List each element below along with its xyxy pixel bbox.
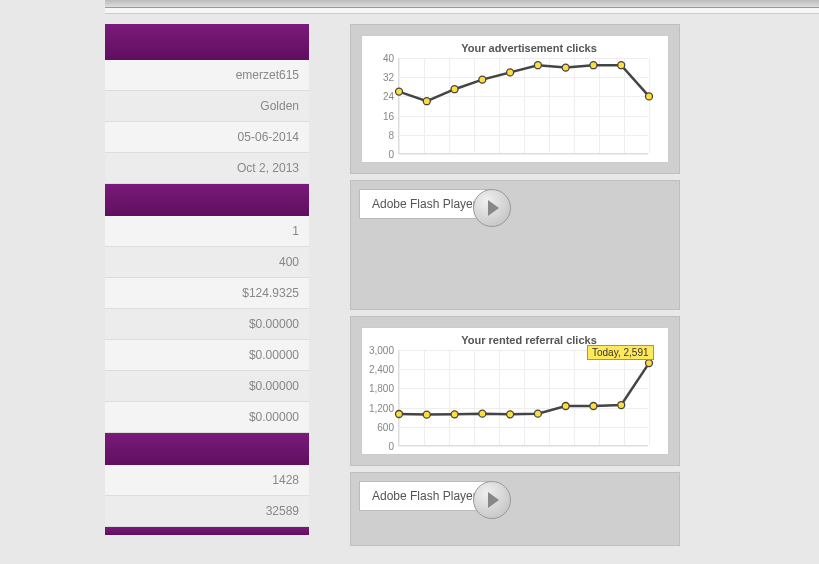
chart-panel-ad-clicks: Your advertisement clicks 0816243240 — [350, 24, 680, 174]
svg-point-18 — [618, 402, 625, 409]
chart-ad-clicks: Your advertisement clicks 0816243240 — [361, 35, 669, 163]
plot-area — [398, 58, 648, 154]
svg-point-19 — [646, 360, 653, 367]
sidebar: emerzet615 Golden 05-06-2014 Oct 2, 2013… — [105, 24, 309, 535]
svg-point-11 — [423, 411, 430, 418]
svg-point-15 — [534, 410, 541, 417]
svg-point-3 — [479, 76, 486, 83]
info-row: emerzet615 — [105, 60, 309, 91]
stat-row: $0.00000 — [105, 309, 309, 340]
stat-row: $0.00000 — [105, 340, 309, 371]
svg-point-8 — [618, 62, 625, 69]
charts-column: Your advertisement clicks 0816243240 Ado… — [350, 24, 680, 552]
svg-point-16 — [562, 403, 569, 410]
section-header-3 — [105, 433, 309, 465]
stat-row: 32589 — [105, 496, 309, 527]
flash-label: Adobe Flash Player — [359, 481, 490, 511]
flash-placeholder-1: Adobe Flash Player — [350, 180, 680, 310]
section-header-1 — [105, 24, 309, 60]
section-header-4 — [105, 527, 309, 535]
chart-title: Your advertisement clicks — [396, 42, 662, 54]
info-row: Oct 2, 2013 — [105, 153, 309, 184]
chart-referral-clicks: Your rented referral clicks 06001,2001,8… — [361, 327, 669, 455]
svg-point-17 — [590, 403, 597, 410]
svg-point-5 — [534, 62, 541, 69]
y-axis: 06001,2001,8002,4003,000 — [366, 350, 396, 446]
svg-point-14 — [507, 411, 514, 418]
stat-row: 400 — [105, 247, 309, 278]
flash-play-button[interactable] — [473, 481, 511, 519]
play-icon — [488, 200, 499, 216]
info-row: Golden — [105, 91, 309, 122]
section-header-2 — [105, 184, 309, 216]
svg-point-2 — [451, 86, 458, 93]
stat-row: 1 — [105, 216, 309, 247]
flash-placeholder-2: Adobe Flash Player — [350, 472, 680, 546]
stat-row: $124.9325 — [105, 278, 309, 309]
y-axis: 0816243240 — [366, 58, 396, 154]
chart-tooltip: Today, 2,591 — [587, 345, 654, 360]
info-row: 05-06-2014 — [105, 122, 309, 153]
svg-point-0 — [396, 88, 403, 95]
flash-play-button[interactable] — [473, 189, 511, 227]
stat-row: 1428 — [105, 465, 309, 496]
stat-row: $0.00000 — [105, 371, 309, 402]
svg-point-7 — [590, 62, 597, 69]
svg-point-10 — [396, 411, 403, 418]
flash-label: Adobe Flash Player — [359, 189, 490, 219]
play-icon — [488, 492, 499, 508]
svg-point-12 — [451, 411, 458, 418]
svg-point-13 — [479, 410, 486, 417]
svg-point-6 — [562, 64, 569, 71]
svg-point-9 — [646, 93, 653, 100]
plot-area: Today, 2,591 — [398, 350, 648, 446]
svg-point-1 — [423, 98, 430, 105]
chart-panel-referral-clicks: Your rented referral clicks 06001,2001,8… — [350, 316, 680, 466]
stat-row: $0.00000 — [105, 402, 309, 433]
svg-point-4 — [507, 69, 514, 76]
